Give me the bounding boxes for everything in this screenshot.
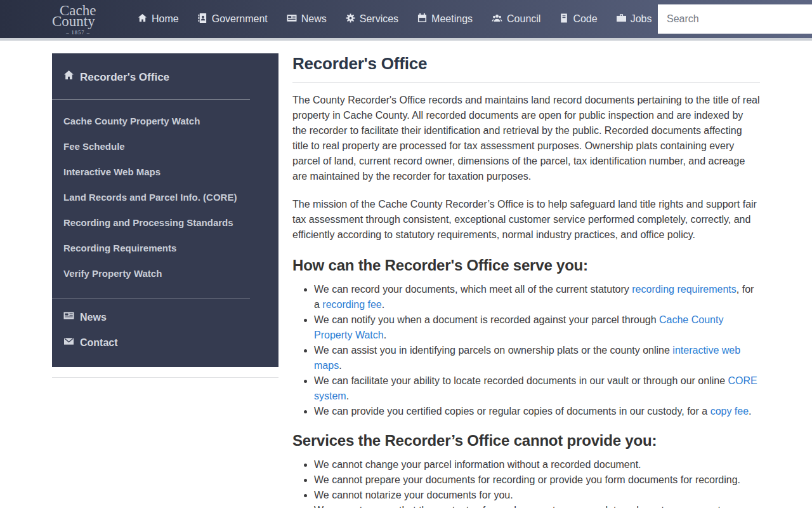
search-box (658, 4, 812, 34)
nav-item-label: Jobs (631, 13, 652, 25)
nav-item-council[interactable]: Council (482, 0, 550, 38)
main-nav: Home Government News Services Meetings C… (128, 0, 661, 38)
sidebar-item-recording-requirements[interactable]: Recording Requirements (52, 236, 278, 261)
newspaper-icon (63, 305, 74, 330)
nav-item-government[interactable]: Government (188, 0, 277, 38)
sidebar-footer-list: News Contact (52, 305, 278, 367)
sidebar-divider (52, 298, 250, 298)
sidebar-item-label: News (80, 305, 107, 330)
inline-link[interactable]: interactive web maps (314, 345, 740, 371)
inline-link[interactable]: CORE system (314, 375, 757, 401)
gear-icon (346, 13, 355, 25)
cannot-list: We cannot change your parcel information… (292, 457, 760, 508)
newspaper-icon (287, 13, 297, 25)
book-icon (560, 13, 568, 25)
navbar-bottom-strip (0, 38, 812, 41)
nav-item-news[interactable]: News (277, 0, 336, 38)
inline-link[interactable]: recording fee (322, 299, 381, 310)
nav-item-meetings[interactable]: Meetings (408, 0, 482, 38)
nav-item-label: News (301, 13, 327, 25)
nav-item-home[interactable]: Home (128, 0, 188, 38)
list-item: We cannot prepare your documents for rec… (314, 472, 760, 488)
site-logo[interactable]: Cache County – 1857 – (51, 3, 114, 36)
sidebar-item-web-maps[interactable]: Interactive Web Maps (52, 159, 278, 185)
list-item: We cannot notarize your documents for yo… (314, 488, 760, 503)
home-icon (138, 13, 147, 25)
nav-item-services[interactable]: Services (336, 0, 408, 38)
logo-year: – 1857 – (51, 30, 105, 36)
cannot-heading: Services the Recorder’s Office cannot pr… (292, 431, 760, 451)
nav-item-label: Government (212, 13, 268, 25)
sidebar-item-contact[interactable]: Contact (52, 330, 278, 356)
briefcase-icon (617, 13, 626, 25)
people-icon (492, 13, 502, 25)
sidebar-item-processing-standards[interactable]: Recording and Processing Standards (52, 210, 278, 236)
serve-heading: How can the Recorder's Office serve you: (292, 255, 760, 276)
list-item: We cannot change your parcel information… (314, 457, 760, 472)
nav-item-jobs[interactable]: Jobs (607, 0, 662, 38)
sidebar-divider (52, 99, 250, 100)
list-item: We can notify you when a document is rec… (314, 312, 760, 343)
mission-paragraph: The mission of the Cache County Recorder… (292, 197, 760, 243)
list-item: We can record your documents, which meet… (314, 282, 760, 312)
list-item: We can provide you certified copies or r… (314, 404, 760, 419)
page-title: Recorder's Office (292, 53, 760, 74)
sidebar-item-land-records[interactable]: Land Records and Parcel Info. (CORE) (52, 185, 278, 210)
sidebar-nav-list: Cache County Property Watch Fee Schedule… (52, 109, 278, 286)
list-item: We can facilitate your ability to locate… (314, 373, 760, 404)
sidebar-item-verify-property-watch[interactable]: Verify Property Watch (52, 261, 278, 286)
home-icon (63, 70, 74, 85)
logo-line2: County (52, 14, 114, 29)
sidebar-item-fee-schedule[interactable]: Fee Schedule (52, 134, 278, 159)
inline-link[interactable]: recording requirements (632, 284, 737, 295)
navbar: Cache County – 1857 – Home Government Ne… (0, 0, 812, 38)
inline-link[interactable]: copy fee (710, 406, 749, 417)
sidebar-item-label: Contact (80, 330, 118, 356)
intro-paragraph: The County Recorder's Office records and… (292, 93, 760, 184)
serve-list: We can record your documents, which meet… (292, 282, 760, 419)
sidebar-title[interactable]: Recorder's Office (52, 53, 278, 85)
nav-item-label: Council (507, 13, 540, 25)
sidebar-item-news[interactable]: News (52, 305, 278, 330)
nav-item-label: Home (152, 13, 179, 25)
sidebar: Recorder's Office Cache County Property … (52, 53, 278, 367)
sidebar-item-property-watch[interactable]: Cache County Property Watch (52, 109, 278, 134)
calendar-icon (417, 13, 427, 25)
address-book-icon (198, 13, 207, 25)
nav-item-label: Services (360, 13, 398, 25)
nav-item-label: Meetings (431, 13, 473, 25)
list-item: We can assist you in identifying parcels… (314, 343, 760, 373)
title-divider (292, 82, 760, 83)
below-sidebar-rule (52, 377, 278, 378)
sidebar-title-label: Recorder's Office (80, 70, 169, 85)
nav-item-code[interactable]: Code (550, 0, 606, 38)
main-content: Recorder's Office The County Recorder's … (292, 53, 760, 508)
nav-item-label: Code (573, 13, 597, 25)
envelope-icon (63, 330, 74, 356)
inline-link[interactable]: Cache County Property Watch (314, 314, 723, 340)
search-input[interactable] (658, 4, 812, 34)
list-item: We cannot ensure that the contents of yo… (314, 503, 760, 508)
